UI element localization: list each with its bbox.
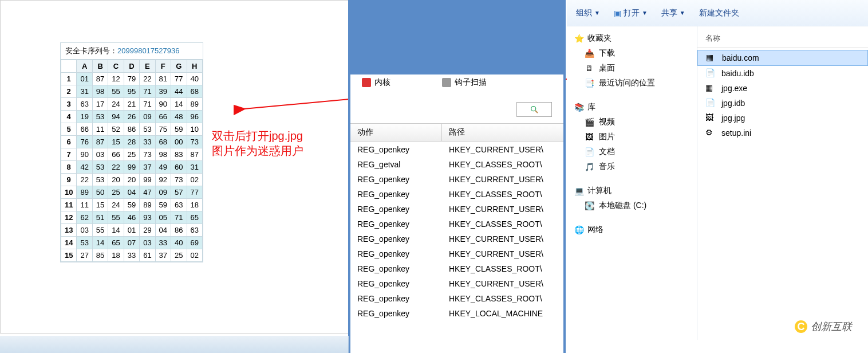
monitor-tool-panel: 内核 钩子扫描 动作 路径 REG_openkeyHKEY_CURRENT_US… (348, 0, 566, 353)
nav-video[interactable]: 🎬视频 (569, 115, 695, 130)
chevron-down-icon: ▼ (680, 10, 685, 16)
monitor-row[interactable]: REG_openkeyHKEY_CURRENT_USER\ (350, 232, 563, 246)
col-action[interactable]: 动作 (350, 124, 442, 141)
file-item[interactable]: ▦baidu.com (697, 50, 868, 66)
explorer-nav: ⭐收藏夹 📥下载 🖥桌面 📑最近访问的位置 📚库 🎬视频 🖼图片 📄文档 🎵音乐… (567, 26, 697, 340)
file-name: setup.ini (721, 128, 751, 138)
annotation-text: 双击后打开jpg.jpg 图片作为迷惑用户 (212, 128, 303, 158)
tab-hookscan-label: 钩子扫描 (455, 77, 487, 88)
monitor-row[interactable]: REG_openkeyHKEY_CLASSES_ROOT\ (350, 187, 563, 202)
network-icon: 🌐 (574, 225, 584, 235)
svg-point-2 (531, 107, 536, 111)
monitor-list-header: 动作 路径 (350, 123, 563, 142)
star-icon: ⭐ (574, 33, 584, 44)
recent-icon: 📑 (584, 78, 594, 88)
col-path[interactable]: 路径 (442, 124, 563, 141)
monitor-row[interactable]: REG_openkeyHKEY_CURRENT_USER\ (350, 202, 563, 217)
file-name: baidu.idb (721, 69, 754, 78)
music-icon: 🎵 (584, 162, 594, 172)
taskbar-fragment (0, 336, 349, 353)
file-icon: 📄 (705, 98, 716, 108)
chevron-down-icon: ▼ (642, 10, 648, 16)
file-item[interactable]: 📄jpg.idb (697, 96, 868, 111)
pictures-icon: 🖼 (584, 132, 594, 142)
monitor-row[interactable]: REG_openkeyHKEY_LOCAL_MACHINE (350, 306, 563, 321)
video-icon: 🎬 (584, 117, 594, 127)
nav-pictures[interactable]: 🖼图片 (569, 130, 695, 144)
file-item[interactable]: ▦jpg.exe (697, 81, 868, 96)
file-icon: ▦ (705, 83, 716, 93)
nav-network-head[interactable]: 🌐网络 (569, 222, 695, 237)
monitor-row[interactable]: REG_openkeyHKEY_CLASSES_ROOT\ (350, 261, 563, 276)
hook-icon (442, 78, 451, 87)
file-name: jpg.exe (721, 84, 747, 93)
tab-hookscan[interactable]: 钩子扫描 (436, 74, 492, 91)
desktop-icon: 🖥 (584, 63, 594, 73)
tab-kernel[interactable]: 内核 (356, 74, 396, 91)
nav-downloads[interactable]: 📥下载 (569, 46, 695, 61)
col-name-header[interactable]: 名称 (697, 30, 868, 48)
monitor-tabs: 内核 钩子扫描 (356, 74, 492, 91)
chevron-down-icon: ▼ (594, 10, 600, 16)
kernel-icon (362, 78, 371, 87)
monitor-row[interactable]: REG_getvalHKEY_CLASSES_ROOT\ (350, 157, 563, 172)
nav-favorites-head[interactable]: ⭐收藏夹 (569, 31, 695, 46)
svg-line-3 (535, 111, 538, 113)
card-serial-header: 安全卡序列号：209998017527936 (61, 43, 203, 60)
library-icon: 📚 (574, 102, 584, 112)
monitor-row[interactable]: REG_openkeyHKEY_CLASSES_ROOT\ (350, 291, 563, 306)
file-icon: 📄 (705, 68, 716, 79)
tb-organize[interactable]: 组织 ▼ (576, 8, 600, 18)
annotation-line1: 双击后打开jpg.jpg (212, 128, 303, 143)
tb-open[interactable]: ▣ 打开 ▼ (614, 8, 648, 18)
documents-icon: 📄 (584, 147, 594, 157)
explorer-toolbar: 组织 ▼ ▣ 打开 ▼ 共享 ▼ 新建文件夹 (567, 0, 868, 26)
serial-value: 209998017527936 (117, 46, 179, 55)
monitor-row[interactable]: REG_openkeyHKEY_CURRENT_USER\ (350, 172, 563, 187)
computer-icon: 💻 (574, 186, 584, 196)
download-icon: 📥 (584, 48, 594, 58)
file-list: ▦baidu.com📄baidu.idb▦jpg.exe📄jpg.idb🖼jpg… (697, 48, 868, 143)
search-icon (530, 105, 539, 114)
nav-desktop[interactable]: 🖥桌面 (569, 61, 695, 76)
nav-drive-c[interactable]: 💽本地磁盘 (C:) (569, 198, 695, 213)
monitor-row[interactable]: REG_openkeyHKEY_CURRENT_USER\ (350, 246, 563, 261)
file-item[interactable]: 📄baidu.idb (697, 66, 868, 81)
nav-recent[interactable]: 📑最近访问的位置 (569, 76, 695, 91)
monitor-row[interactable]: REG_openkeyHKEY_CURRENT_USER\ (350, 276, 563, 291)
watermark-text: 创新互联 (811, 320, 852, 334)
open-icon: ▣ (614, 9, 621, 18)
serial-label: 安全卡序列号： (65, 46, 117, 55)
monitor-row[interactable]: REG_openkeyHKEY_CURRENT_USER\ (350, 142, 563, 157)
monitor-row[interactable]: REG_openkeyHKEY_CLASSES_ROOT\ (350, 217, 563, 232)
watermark-icon: C (795, 320, 807, 333)
watermark: C 创新互联 (795, 320, 852, 334)
search-button[interactable] (516, 102, 552, 117)
security-card: 安全卡序列号：209998017527936 ABCDEFGH101871279… (60, 42, 203, 262)
nav-libraries-head[interactable]: 📚库 (569, 100, 695, 115)
monitor-list: REG_openkeyHKEY_CURRENT_USER\REG_getvalH… (350, 142, 563, 321)
file-icon: ▦ (706, 53, 716, 63)
tb-newfolder[interactable]: 新建文件夹 (699, 8, 739, 18)
disk-icon: 💽 (584, 201, 594, 211)
file-name: baidu.com (722, 53, 759, 62)
file-name: jpg.idb (721, 99, 745, 108)
annotation-line2: 图片作为迷惑用户 (212, 143, 303, 158)
file-item[interactable]: 🖼jpg.jpg (697, 111, 868, 125)
tb-share[interactable]: 共享 ▼ (661, 8, 685, 18)
file-icon: 🖼 (705, 113, 716, 123)
explorer-content: 名称 ▦baidu.com📄baidu.idb▦jpg.exe📄jpg.idb🖼… (697, 26, 868, 340)
tab-kernel-label: 内核 (374, 77, 390, 88)
file-item[interactable]: ⚙setup.ini (697, 125, 868, 140)
nav-music[interactable]: 🎵音乐 (569, 159, 695, 174)
file-explorer: 组织 ▼ ▣ 打开 ▼ 共享 ▼ 新建文件夹 ⭐收藏夹 📥下载 🖥桌面 📑最近访… (567, 0, 868, 340)
file-icon: ⚙ (705, 128, 716, 138)
file-name: jpg.jpg (721, 113, 745, 123)
image-viewer-panel: 安全卡序列号：209998017527936 ABCDEFGH101871279… (0, 0, 349, 334)
security-card-table: ABCDEFGH10187127922817740231985595713944… (61, 60, 203, 262)
nav-documents[interactable]: 📄文档 (569, 144, 695, 159)
nav-computer-head[interactable]: 💻计算机 (569, 183, 695, 198)
